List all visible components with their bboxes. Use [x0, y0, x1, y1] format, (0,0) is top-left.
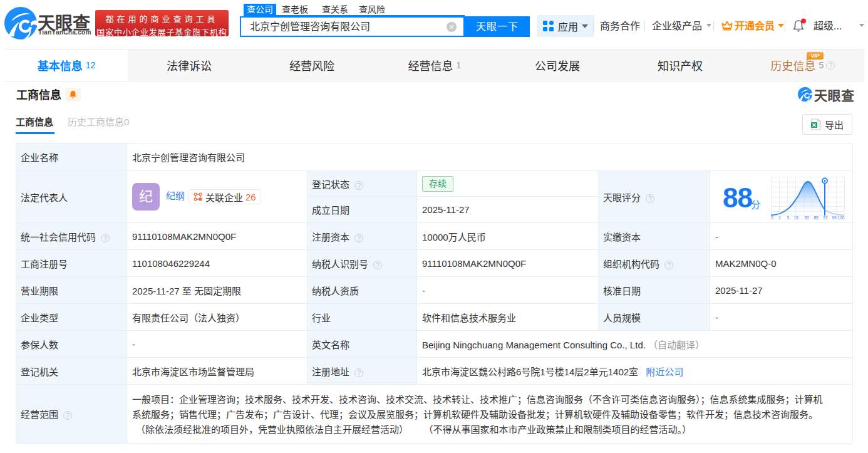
svg-text:0: 0 — [771, 216, 773, 219]
svg-text:15: 15 — [793, 216, 798, 219]
svg-text:85: 85 — [814, 216, 819, 219]
svg-text:1: 1 — [778, 216, 781, 219]
svg-text:3: 3 — [787, 216, 789, 219]
svg-text:97: 97 — [823, 216, 828, 219]
svg-text:50: 50 — [804, 216, 809, 219]
svg-text:99: 99 — [832, 216, 837, 219]
svg-text:100: 100 — [838, 216, 845, 219]
